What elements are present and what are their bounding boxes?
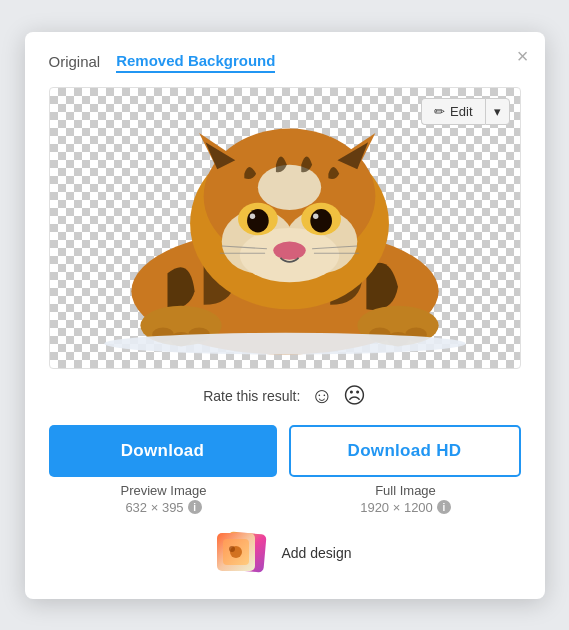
close-button[interactable]: × (517, 46, 529, 66)
edit-label: Edit (450, 104, 472, 119)
edit-dropdown-button[interactable]: ▾ (485, 98, 510, 125)
add-design-row: Add design (49, 531, 521, 575)
full-meta: Full Image 1920 × 1200 i (291, 483, 521, 515)
happy-icon[interactable]: ☺ (310, 383, 332, 409)
rating-row: Rate this result: ☺ ☹ (49, 383, 521, 409)
edit-button-group: ✏ Edit ▾ (421, 98, 509, 125)
svg-point-15 (249, 213, 254, 218)
preview-meta: Preview Image 632 × 395 i (49, 483, 279, 515)
add-design-label[interactable]: Add design (281, 545, 351, 561)
preview-label: Preview Image (49, 483, 279, 498)
caret-down-icon: ▾ (494, 104, 501, 119)
download-button[interactable]: Download (49, 425, 277, 477)
full-info-icon[interactable]: i (437, 500, 451, 514)
svg-point-13 (247, 209, 269, 233)
design-thumbnails (217, 531, 271, 575)
svg-point-30 (104, 332, 466, 354)
svg-point-17 (273, 241, 306, 259)
tab-removed-background[interactable]: Removed Background (116, 52, 275, 73)
svg-point-10 (257, 164, 320, 209)
download-buttons-row: Download Download HD (49, 425, 521, 477)
tab-original[interactable]: Original (49, 53, 101, 72)
svg-point-33 (229, 546, 235, 552)
svg-point-16 (313, 213, 318, 218)
pencil-icon: ✏ (434, 104, 445, 119)
download-hd-button[interactable]: Download HD (289, 425, 521, 477)
full-label: Full Image (291, 483, 521, 498)
full-dims: 1920 × 1200 i (291, 500, 521, 515)
tab-bar: Original Removed Background (49, 52, 521, 73)
sad-icon[interactable]: ☹ (343, 383, 366, 409)
edit-button[interactable]: ✏ Edit (421, 98, 484, 125)
preview-dims: 632 × 395 i (49, 500, 279, 515)
main-modal: × Original Removed Background (25, 32, 545, 599)
image-preview-area: ✏ Edit ▾ (49, 87, 521, 369)
svg-point-14 (310, 209, 332, 233)
rating-label: Rate this result: (203, 388, 300, 404)
tiger-image (50, 88, 520, 368)
meta-row: Preview Image 632 × 395 i Full Image 192… (49, 483, 521, 515)
preview-info-icon[interactable]: i (188, 500, 202, 514)
design-thumb-front (217, 533, 255, 571)
